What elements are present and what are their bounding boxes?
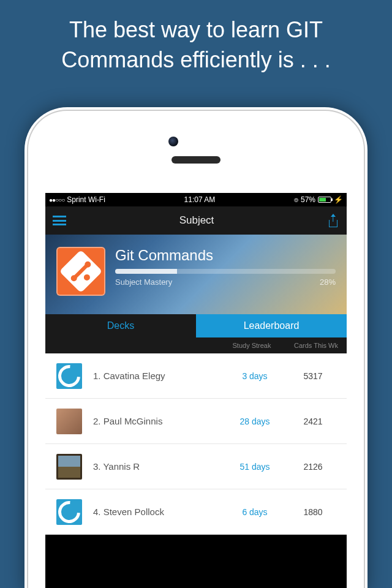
study-streak: 28 days xyxy=(224,417,285,426)
col-header-cards: Cards This Wk xyxy=(285,342,347,349)
status-bar: ●●○○○ Sprint Wi-Fi 11:07 AM ⌾ 57% ⚡ xyxy=(45,193,347,206)
list-item[interactable]: 4. Steven Pollock 6 days 1880 xyxy=(45,489,347,535)
battery-icon xyxy=(318,197,331,203)
phone-bezel-top xyxy=(24,107,368,193)
study-streak: 51 days xyxy=(224,462,285,472)
nav-title: Subject xyxy=(179,214,214,227)
bluetooth-icon: ⌾ xyxy=(294,195,298,204)
cards-this-week: 5317 xyxy=(285,371,341,381)
rank: 3. xyxy=(93,461,101,472)
list-item[interactable]: 3. Yannis R 51 days 2126 xyxy=(45,444,347,489)
git-logo-icon xyxy=(59,250,103,293)
user-name: Paul McGinnis xyxy=(104,416,163,426)
leaderboard-list: 1. Cavatina Elegy 3 days 5317 2. Paul Mc… xyxy=(45,353,347,535)
rank: 1. xyxy=(93,371,101,381)
col-header-streak: Study Streak xyxy=(218,342,285,349)
avatar xyxy=(56,363,82,389)
subject-title: Git Commands xyxy=(115,247,336,264)
avatar xyxy=(56,499,82,525)
study-streak: 3 days xyxy=(224,371,285,381)
subject-icon xyxy=(56,247,105,296)
speaker-slot xyxy=(172,156,221,164)
cards-this-week: 1880 xyxy=(285,507,341,517)
nav-bar: Subject xyxy=(45,206,347,235)
menu-icon[interactable] xyxy=(53,216,66,225)
battery-percent: 57% xyxy=(301,195,315,204)
avatar xyxy=(56,409,82,434)
subject-header: Git Commands Subject Mastery 28% xyxy=(45,235,347,314)
list-item[interactable]: 2. Paul McGinnis 28 days 2421 xyxy=(45,399,347,444)
mastery-percent: 28% xyxy=(320,277,336,287)
share-icon[interactable] xyxy=(327,214,339,227)
carrier-label: Sprint Wi-Fi xyxy=(67,195,105,204)
mastery-label: Subject Mastery xyxy=(115,277,172,287)
user-name: Cavatina Elegy xyxy=(104,371,165,381)
signal-dots-icon: ●●○○○ xyxy=(49,197,64,203)
cards-this-week: 2421 xyxy=(285,417,341,426)
tab-leaderboard[interactable]: Leaderboard xyxy=(196,314,347,337)
phone-frame: ●●○○○ Sprint Wi-Fi 11:07 AM ⌾ 57% ⚡ Subj… xyxy=(24,107,368,588)
column-headers: Study Streak Cards This Wk xyxy=(45,337,347,353)
list-item[interactable]: 1. Cavatina Elegy 3 days 5317 xyxy=(45,353,347,399)
rank: 2. xyxy=(93,416,101,426)
mastery-progress-bar xyxy=(115,269,336,274)
screen: ●●○○○ Sprint Wi-Fi 11:07 AM ⌾ 57% ⚡ Subj… xyxy=(45,193,347,588)
clock: 11:07 AM xyxy=(184,195,216,204)
user-name: Yannis R xyxy=(103,461,140,472)
study-streak: 6 days xyxy=(224,507,285,517)
user-name: Steven Pollock xyxy=(104,507,164,517)
rank: 4. xyxy=(93,507,101,517)
charging-icon: ⚡ xyxy=(334,195,343,204)
camera-dot xyxy=(168,137,178,146)
tab-decks[interactable]: Decks xyxy=(45,314,196,337)
promo-headline: The best way to learn GIT Commands effic… xyxy=(0,0,392,81)
tab-bar: Decks Leaderboard xyxy=(45,314,347,337)
avatar xyxy=(56,454,82,480)
cards-this-week: 2126 xyxy=(285,462,341,472)
